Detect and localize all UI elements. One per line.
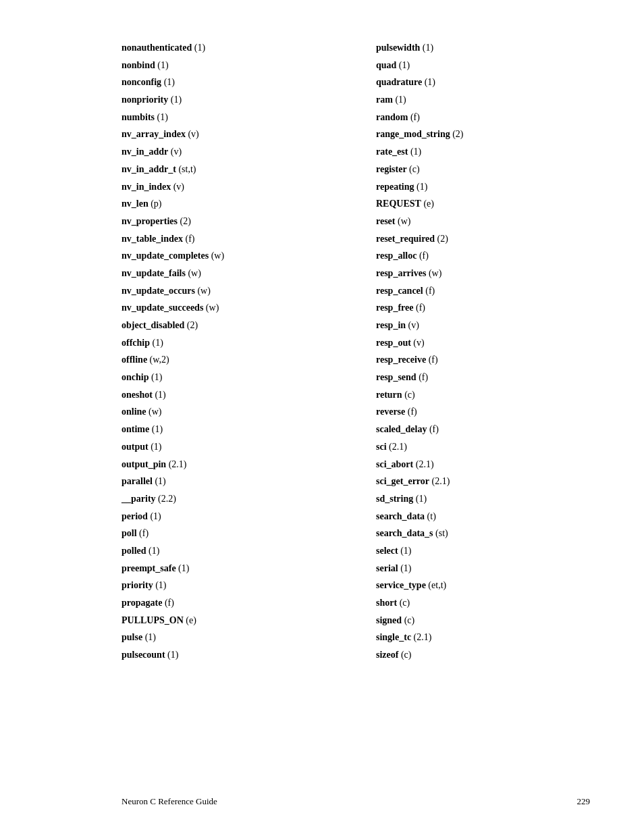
list-item: random (f) <box>376 110 590 125</box>
list-item: nonconfig (1) <box>122 75 336 90</box>
right-column: pulsewidth (1)quad (1)quadrature (1)ram … <box>376 41 590 665</box>
list-item: single_tc (2.1) <box>376 630 590 645</box>
list-item: sizeof (c) <box>376 648 590 662</box>
list-item: priority (1) <box>122 578 336 593</box>
list-item: offchip (1) <box>122 336 336 350</box>
list-item: onchip (1) <box>122 370 336 385</box>
list-item: sci_abort (2.1) <box>376 457 590 472</box>
list-item: reset_required (2) <box>376 232 590 246</box>
list-item: serial (1) <box>376 561 590 576</box>
list-item: output (1) <box>122 440 336 454</box>
list-item: preempt_safe (1) <box>122 561 336 576</box>
list-item: search_data (t) <box>376 509 590 524</box>
list-item: resp_cancel (f) <box>376 284 590 298</box>
left-column: nonauthenticated (1)nonbind (1)nonconfig… <box>122 41 336 665</box>
list-item: reset (w) <box>376 214 590 229</box>
list-item: short (c) <box>376 596 590 610</box>
list-item: pulsewidth (1) <box>376 41 590 55</box>
list-item: __parity (2.2) <box>122 492 336 506</box>
list-item: service_type (et,t) <box>376 578 590 593</box>
list-item: ram (1) <box>376 93 590 107</box>
list-item: nv_update_succeeds (w) <box>122 301 336 315</box>
list-item: nv_update_occurs (w) <box>122 284 336 298</box>
list-item: pulsecount (1) <box>122 648 336 662</box>
list-item: oneshot (1) <box>122 388 336 402</box>
list-item: nv_in_index (v) <box>122 180 336 194</box>
list-item: range_mod_string (2) <box>376 127 590 142</box>
list-item: nv_update_completes (w) <box>122 249 336 263</box>
list-item: object_disabled (2) <box>122 318 336 333</box>
list-item: nonpriority (1) <box>122 93 336 107</box>
list-item: nv_in_addr (v) <box>122 145 336 159</box>
list-item: register (c) <box>376 162 590 177</box>
list-item: search_data_s (st) <box>376 526 590 541</box>
index-columns: nonauthenticated (1)nonbind (1)nonconfig… <box>122 41 590 665</box>
list-item: nv_array_index (v) <box>122 127 336 142</box>
list-item: online (w) <box>122 405 336 419</box>
page-number: 229 <box>577 796 591 807</box>
page: nonauthenticated (1)nonbind (1)nonconfig… <box>0 0 644 834</box>
list-item: offline (w,2) <box>122 353 336 367</box>
list-item: return (c) <box>376 388 590 402</box>
list-item: resp_free (f) <box>376 301 590 315</box>
list-item: parallel (1) <box>122 474 336 489</box>
list-item: sd_string (1) <box>376 492 590 506</box>
list-item: signed (c) <box>376 613 590 628</box>
list-item: REQUEST (e) <box>376 197 590 211</box>
list-item: sci_get_error (2.1) <box>376 474 590 489</box>
list-item: rate_est (1) <box>376 145 590 159</box>
list-item: poll (f) <box>122 526 336 541</box>
list-item: polled (1) <box>122 544 336 558</box>
list-item: output_pin (2.1) <box>122 457 336 472</box>
list-item: resp_in (v) <box>376 318 590 333</box>
footer-title: Neuron C Reference Guide <box>122 796 217 807</box>
list-item: repeating (1) <box>376 180 590 194</box>
list-item: resp_send (f) <box>376 370 590 385</box>
list-item: resp_alloc (f) <box>376 249 590 263</box>
page-footer: Neuron C Reference Guide 229 <box>0 796 644 807</box>
list-item: nv_table_index (f) <box>122 232 336 246</box>
list-item: nonbind (1) <box>122 58 336 73</box>
list-item: quad (1) <box>376 58 590 73</box>
list-item: pulse (1) <box>122 630 336 645</box>
list-item: sci (2.1) <box>376 440 590 454</box>
list-item: nv_properties (2) <box>122 214 336 229</box>
list-item: resp_out (v) <box>376 336 590 350</box>
list-item: propagate (f) <box>122 596 336 610</box>
list-item: nv_len (p) <box>122 197 336 211</box>
list-item: period (1) <box>122 509 336 524</box>
list-item: nonauthenticated (1) <box>122 41 336 55</box>
list-item: numbits (1) <box>122 110 336 125</box>
list-item: quadrature (1) <box>376 75 590 90</box>
list-item: resp_arrives (w) <box>376 266 590 281</box>
list-item: reverse (f) <box>376 405 590 419</box>
list-item: resp_receive (f) <box>376 353 590 367</box>
list-item: nv_update_fails (w) <box>122 266 336 281</box>
list-item: scaled_delay (f) <box>376 422 590 437</box>
list-item: nv_in_addr_t (st,t) <box>122 162 336 177</box>
list-item: select (1) <box>376 544 590 558</box>
list-item: PULLUPS_ON (e) <box>122 613 336 628</box>
list-item: ontime (1) <box>122 422 336 437</box>
